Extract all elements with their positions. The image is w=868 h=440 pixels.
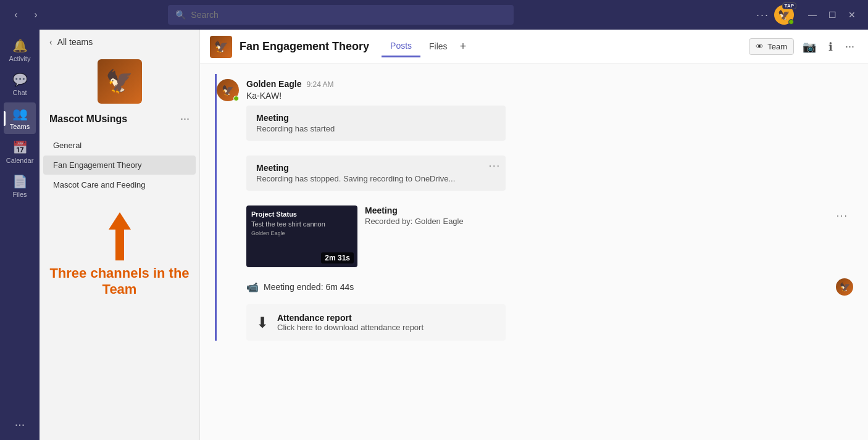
message-content-3: Project Status Test the tee shirt cannon…: [246, 201, 853, 267]
message-row-3: Project Status Test the tee shirt cannon…: [217, 196, 853, 272]
video-thumb-title: Project Status: [251, 210, 353, 218]
meeting-card-2-sub: Recording has stopped. Saving recording …: [256, 174, 496, 183]
search-input[interactable]: [191, 10, 506, 20]
left-rail: 🔔 Activity 💬 Chat 👥 Teams 📅 Calendar 📄 F…: [0, 30, 40, 440]
meeting-card-2-title: Meeting: [256, 163, 496, 173]
message-avatar: 🦅: [217, 79, 239, 101]
chat-label: Chat: [12, 89, 27, 96]
video-info: ··· Meeting Recorded by: Golden Eagle: [365, 205, 853, 226]
meeting-card-subtitle: Recording has started: [256, 124, 496, 133]
message-content-2: ··· Meeting Recording has stopped. Savin…: [246, 151, 853, 191]
meeting-ended-row: 📹 Meeting ended: 6m 44s 🦅: [217, 272, 853, 302]
active-indicator: [4, 111, 6, 126]
titlebar: ‹ › 🔍 ··· 🦅 TAP — ☐ ✕: [0, 0, 868, 30]
content-area: 🦅 Fan Engagement Theory Posts Files + 👁 …: [200, 30, 868, 440]
more-dots[interactable]: ···: [756, 9, 769, 22]
minimize-button[interactable]: —: [804, 6, 821, 23]
channel-list: General Fan Engagement Theory Mascot Car…: [40, 133, 199, 197]
team-button[interactable]: 👁 Team: [749, 38, 794, 55]
header-right: 👁 Team 📷 ℹ ···: [749, 38, 858, 56]
video-card-more[interactable]: ···: [837, 210, 848, 222]
sidebar-item-activity[interactable]: 🔔 Activity: [4, 35, 36, 66]
message-header: Golden Eagle 9:24 AM: [246, 79, 853, 89]
back-arrow-icon[interactable]: ‹: [49, 37, 52, 47]
files-icon: 📄: [12, 174, 28, 189]
search-icon: 🔍: [175, 10, 186, 20]
video-sub-title: Test the tee shirt cannon: [251, 220, 353, 228]
online-status: [233, 96, 239, 101]
video-recorded-by: Recorded by: Golden Eagle: [365, 217, 853, 226]
titlebar-right: ··· 🦅 TAP — ☐ ✕: [756, 5, 861, 25]
video-meeting-title: Meeting: [365, 205, 853, 215]
video-participants-bar: Golden Eagle: [251, 230, 353, 236]
calendar-icon: 📅: [12, 140, 28, 155]
online-indicator: [788, 19, 794, 25]
teams-icon: 👥: [12, 106, 28, 121]
message-content: Golden Eagle 9:24 AM Ka-KAW! Meeting Rec…: [246, 79, 853, 141]
sidebar-item-teams[interactable]: 👥 Teams: [4, 102, 36, 134]
teams-sidebar: ‹ All teams 🦅 Mascot MUsings ··· General…: [40, 30, 200, 440]
files-label: Files: [12, 191, 27, 198]
main-layout: 🔔 Activity 💬 Chat 👥 Teams 📅 Calendar 📄 F…: [0, 30, 868, 440]
video-thumbnail[interactable]: Project Status Test the tee shirt cannon…: [246, 205, 357, 267]
window-controls: — ☐ ✕: [804, 6, 861, 23]
meeting-card-title: Meeting: [256, 113, 496, 123]
team-avatar-image: 🦅: [98, 59, 142, 104]
activity-icon: 🔔: [12, 38, 28, 53]
message-author: Golden Eagle: [246, 79, 301, 89]
user-avatar-container[interactable]: 🦅 TAP: [774, 5, 794, 25]
team-avatar: 🦅: [98, 59, 142, 104]
team-btn-icon: 👁: [756, 42, 764, 51]
channel-title: Fan Engagement Theory: [240, 40, 369, 53]
close-button[interactable]: ✕: [843, 6, 861, 23]
sidebar-header: ‹ All teams: [40, 30, 199, 54]
card-more-button[interactable]: ···: [489, 160, 501, 172]
info-button[interactable]: ℹ: [825, 38, 837, 56]
sidebar-item-files[interactable]: 📄 Files: [4, 170, 36, 202]
tab-posts[interactable]: Posts: [382, 36, 420, 57]
chat-icon: 💬: [12, 72, 28, 87]
meeting-ended-avatar: 🦅: [836, 278, 853, 296]
forward-button[interactable]: ›: [27, 6, 44, 23]
team-name-row: Mascot MUsings ···: [40, 109, 199, 133]
team-name: Mascot MUsings: [49, 114, 127, 125]
maximize-button[interactable]: ☐: [824, 6, 841, 23]
channel-tabs: Posts Files +: [382, 36, 470, 57]
teams-label: Teams: [10, 123, 30, 130]
video-call-button[interactable]: 📷: [799, 38, 820, 56]
channel-item-mascot-care[interactable]: Mascot Care and Feeding: [43, 175, 196, 194]
back-button[interactable]: ‹: [7, 6, 25, 23]
sidebar-item-chat[interactable]: 💬 Chat: [4, 68, 36, 100]
tab-files[interactable]: Files: [420, 36, 456, 57]
channel-item-fan-engagement[interactable]: Fan Engagement Theory: [43, 156, 196, 175]
video-card: Project Status Test the tee shirt cannon…: [246, 205, 853, 267]
video-duration: 2m 31s: [321, 252, 354, 264]
more-options-button[interactable]: ···: [841, 38, 858, 56]
attendance-card[interactable]: ⬇ Attendance report Click here to downlo…: [246, 304, 506, 341]
sidebar-item-more[interactable]: ···: [4, 413, 36, 435]
all-teams-label[interactable]: All teams: [57, 37, 93, 47]
channel-header: 🦅 Fan Engagement Theory Posts Files + 👁 …: [200, 30, 868, 64]
search-bar[interactable]: 🔍: [168, 5, 514, 25]
arrow-stem: [115, 230, 124, 260]
team-btn-label: Team: [767, 42, 787, 51]
user-avatar-small: 🦅: [836, 278, 853, 296]
meeting-card-1: Meeting Recording has started: [246, 106, 506, 141]
channel-logo: 🦅: [210, 36, 232, 58]
message-thread: 🦅 Golden Eagle 9:24 AM Ka-KAW! Meeting R…: [215, 74, 853, 341]
more-icon: ···: [15, 417, 25, 431]
add-tab-button[interactable]: +: [456, 40, 470, 53]
video-camera-icon: 📹: [246, 281, 259, 293]
thumb-participant: Golden Eagle: [251, 230, 285, 236]
message-text: Ka-KAW!: [246, 91, 853, 101]
message-row-2: ··· Meeting Recording has stopped. Savin…: [217, 146, 853, 196]
arrow-up-icon: [109, 212, 131, 230]
annotation-text: Three channels in the Team: [49, 265, 190, 298]
team-more-button[interactable]: ···: [180, 112, 190, 125]
download-icon: ⬇: [256, 314, 269, 331]
sidebar-item-calendar[interactable]: 📅 Calendar: [4, 136, 36, 168]
attendance-wrapper: ⬇ Attendance report Click here to downlo…: [217, 304, 853, 341]
messages-area: 🦅 Golden Eagle 9:24 AM Ka-KAW! Meeting R…: [200, 64, 868, 440]
channel-item-general[interactable]: General: [43, 136, 196, 155]
nav-controls: ‹ ›: [7, 6, 44, 23]
